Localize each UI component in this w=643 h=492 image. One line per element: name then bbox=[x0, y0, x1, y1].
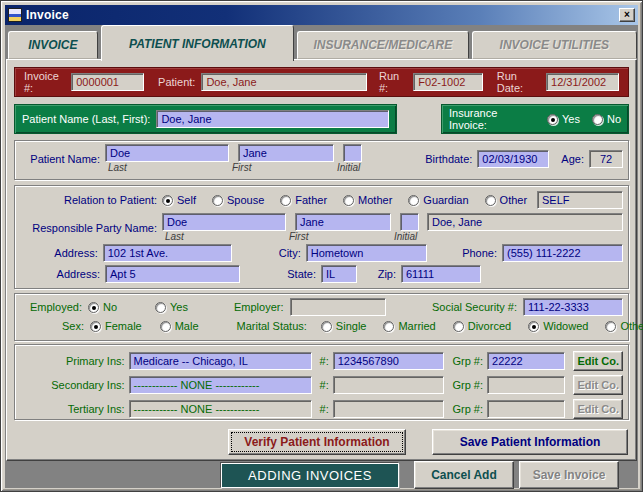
radio-label: Yes bbox=[170, 301, 188, 313]
secondary-ins-grp-label: Grp #: bbox=[452, 379, 483, 391]
secondary-ins-company-field[interactable]: ------------ NONE ------------ bbox=[129, 376, 312, 394]
relation-mother-radio[interactable]: Mother bbox=[343, 194, 392, 206]
marital-divorced-radio[interactable]: Divorced bbox=[453, 320, 511, 332]
primary-insurance-row: Primary Ins: Medicare -- Chicago, IL #: … bbox=[20, 350, 623, 372]
status-badge: ADDING INVOICES bbox=[221, 463, 399, 488]
radio-icon bbox=[547, 114, 558, 125]
tab-invoice-utilities[interactable]: INVOICE UTILITIES bbox=[472, 31, 637, 59]
verify-patient-information-button[interactable]: Verify Patient Information bbox=[228, 429, 406, 455]
radio-label: Spouse bbox=[227, 194, 264, 206]
tertiary-insurance-row: Tertiary Ins: ------------ NONE --------… bbox=[20, 398, 623, 420]
secondary-edit-company-button: Edit Co. bbox=[573, 375, 623, 395]
primary-ins-num-label: #: bbox=[320, 355, 329, 367]
insurance-invoice-yes-radio[interactable]: Yes bbox=[547, 113, 580, 125]
relation-father-radio[interactable]: Father bbox=[280, 194, 327, 206]
radio-label: Married bbox=[398, 320, 435, 332]
zip-field[interactable]: 61111 bbox=[401, 265, 481, 283]
tab-invoice[interactable]: INVOICE bbox=[8, 31, 98, 59]
sex-male-radio[interactable]: Male bbox=[160, 320, 199, 332]
relation-guardian-radio[interactable]: Guardian bbox=[408, 194, 468, 206]
primary-ins-grp-field[interactable]: 22222 bbox=[487, 352, 565, 370]
sex-female-radio[interactable]: Female bbox=[90, 320, 142, 332]
radio-icon bbox=[162, 195, 173, 206]
relation-self-radio[interactable]: Self bbox=[162, 194, 196, 206]
responsible-first-group: Jane First bbox=[286, 213, 391, 243]
tab-patient-information[interactable]: PATIENT INFORMATION bbox=[101, 25, 294, 61]
patient-label: Patient: bbox=[158, 76, 195, 88]
tab-insurance-medicare[interactable]: INSURANCE/MEDICARE bbox=[297, 31, 468, 59]
radio-label: No bbox=[103, 301, 117, 313]
primary-ins-company-field[interactable]: Medicare -- Chicago, IL bbox=[129, 352, 312, 370]
radio-label: Yes bbox=[562, 113, 580, 125]
marital-status-label: Marital Status: bbox=[237, 320, 307, 332]
patient-name-banner-label: Patient Name (Last, First): bbox=[22, 113, 150, 125]
tertiary-ins-label: Tertiary Ins: bbox=[20, 403, 125, 415]
responsible-initial-group: Initial bbox=[391, 213, 419, 243]
radio-label: Male bbox=[175, 320, 199, 332]
marital-married-radio[interactable]: Married bbox=[383, 320, 435, 332]
secondary-insurance-row: Secondary Ins: ------------ NONE -------… bbox=[20, 374, 623, 396]
address2-field[interactable]: Apt 5 bbox=[105, 265, 240, 283]
patient-name-banner-field[interactable]: Doe, Jane bbox=[156, 110, 389, 128]
radio-icon bbox=[90, 321, 101, 332]
employed-yes-radio[interactable]: Yes bbox=[155, 301, 188, 313]
marital-widowed-radio[interactable]: Widowed bbox=[528, 320, 588, 332]
tab-strip: INVOICE PATIENT INFORMATION INSURANCE/ME… bbox=[6, 25, 637, 59]
birthdate-field[interactable]: 02/03/1930 bbox=[477, 150, 549, 168]
responsible-first-field[interactable]: Jane bbox=[295, 213, 391, 231]
phone-field[interactable]: (555) 111-2222 bbox=[502, 244, 623, 262]
patient-name-banner: Patient Name (Last, First): Doe, Jane bbox=[14, 104, 397, 134]
app-icon bbox=[8, 8, 22, 22]
secondary-ins-num-field bbox=[333, 376, 445, 394]
radio-label: Female bbox=[105, 320, 142, 332]
cancel-add-button[interactable]: Cancel Add bbox=[414, 461, 514, 489]
employed-no-radio[interactable]: No bbox=[88, 301, 117, 313]
banner-row: Patient Name (Last, First): Doe, Jane In… bbox=[14, 104, 629, 134]
city-field[interactable]: Hometown bbox=[306, 244, 427, 262]
close-button[interactable]: × bbox=[619, 8, 635, 22]
address1-label: Address: bbox=[48, 247, 98, 259]
radio-icon bbox=[408, 195, 419, 206]
responsible-initial-field[interactable] bbox=[400, 213, 419, 231]
state-label: State: bbox=[278, 268, 316, 280]
ssn-field[interactable]: 111-22-3333 bbox=[523, 298, 623, 316]
state-field[interactable]: IL bbox=[321, 265, 357, 283]
responsible-party-panel: Relation to Patient: Self Spouse Father bbox=[14, 185, 629, 289]
window-title: Invoice bbox=[26, 8, 69, 22]
patient-last-name-field[interactable]: Doe bbox=[105, 144, 229, 162]
tertiary-ins-num-field bbox=[333, 400, 445, 418]
responsible-last-field[interactable]: Doe bbox=[162, 213, 286, 231]
radio-icon bbox=[485, 195, 496, 206]
relation-spouse-radio[interactable]: Spouse bbox=[212, 194, 264, 206]
patient-initial-field[interactable] bbox=[343, 144, 362, 162]
invoice-number-field: 0000001 bbox=[71, 73, 144, 91]
invoice-summary-bar: Invoice #: 0000001 Patient: Doe, Jane Ru… bbox=[14, 67, 629, 97]
initial-caption: Initial bbox=[391, 231, 419, 243]
relation-other-radio[interactable]: Other bbox=[485, 194, 528, 206]
radio-icon bbox=[155, 302, 166, 313]
insurance-panel: Primary Ins: Medicare -- Chicago, IL #: … bbox=[14, 344, 629, 420]
primary-ins-label: Primary Ins: bbox=[20, 355, 125, 367]
marital-single-radio[interactable]: Single bbox=[321, 320, 367, 332]
responsible-last-group: Doe Last bbox=[162, 213, 286, 243]
primary-ins-num-field[interactable]: 1234567890 bbox=[333, 352, 445, 370]
patient-first-name-field[interactable]: Jane bbox=[238, 144, 334, 162]
radio-icon bbox=[280, 195, 291, 206]
primary-ins-grp-label: Grp #: bbox=[452, 355, 483, 367]
address1-field[interactable]: 102 1st Ave. bbox=[103, 244, 233, 262]
primary-edit-company-button[interactable]: Edit Co. bbox=[573, 351, 623, 371]
radio-label: Single bbox=[336, 320, 367, 332]
run-date-field: 12/31/2002 bbox=[546, 73, 619, 91]
insurance-invoice-no-radio[interactable]: No bbox=[592, 113, 621, 125]
secondary-ins-grp-field bbox=[487, 376, 565, 394]
address2-label: Address: bbox=[48, 268, 100, 280]
radio-label: Other bbox=[620, 320, 643, 332]
run-date-label: Run Date: bbox=[497, 70, 540, 94]
marital-other-radio[interactable]: Other bbox=[605, 320, 643, 332]
invoice-number-label: Invoice #: bbox=[24, 70, 65, 94]
save-patient-information-button[interactable]: Save Patient Information bbox=[432, 429, 628, 455]
ssn-label: Social Security #: bbox=[432, 301, 517, 313]
last-caption: Last bbox=[162, 231, 286, 243]
radio-icon bbox=[592, 114, 603, 125]
tertiary-ins-grp-label: Grp #: bbox=[452, 403, 483, 415]
